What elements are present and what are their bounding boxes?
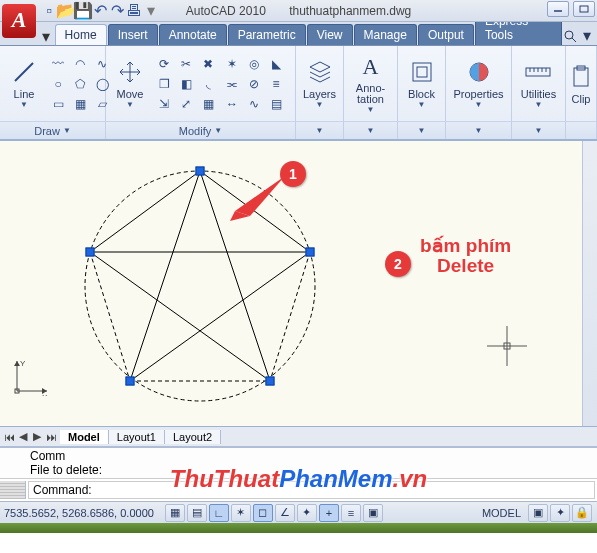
coordinates-readout[interactable]: 7535.5652, 5268.6586, 0.0000 bbox=[4, 507, 154, 519]
app-menu-button[interactable]: A bbox=[2, 4, 36, 38]
ribbon-minimize-icon[interactable]: ▾ bbox=[583, 26, 591, 45]
align-icon[interactable]: ≡ bbox=[266, 75, 286, 93]
panel-modify-expand-icon[interactable]: ▼ bbox=[214, 126, 222, 135]
panel-properties-expand-icon[interactable]: ▼ bbox=[475, 126, 483, 135]
osnap-toggle[interactable]: ◻ bbox=[253, 504, 273, 522]
array-icon[interactable]: ▦ bbox=[198, 95, 218, 113]
chevron-down-icon: ▼ bbox=[20, 100, 28, 109]
layers-button[interactable]: Layers ▼ bbox=[300, 56, 340, 111]
layout-nav-prev-icon[interactable]: ◀ bbox=[16, 430, 30, 444]
arc-icon[interactable]: ◠ bbox=[70, 55, 90, 73]
layout-nav-last-icon[interactable]: ⏭ bbox=[44, 430, 58, 444]
polygon-icon[interactable]: ⬠ bbox=[70, 75, 90, 93]
grid-toggle[interactable]: ▤ bbox=[187, 504, 207, 522]
svg-line-20 bbox=[130, 252, 310, 381]
break-icon[interactable]: ⊘ bbox=[244, 75, 264, 93]
ortho-toggle[interactable]: ∟ bbox=[209, 504, 229, 522]
ducs-toggle[interactable]: ✦ bbox=[297, 504, 317, 522]
trim-icon[interactable]: ✂ bbox=[176, 55, 196, 73]
chevron-down-icon: ▼ bbox=[535, 100, 543, 109]
layout-nav-first-icon[interactable]: ⏮ bbox=[2, 430, 16, 444]
status-lock-icon[interactable]: 🔒 bbox=[572, 504, 592, 522]
fillet-icon[interactable]: ◟ bbox=[198, 75, 218, 93]
layout-tab-model[interactable]: Model bbox=[60, 430, 109, 444]
grip[interactable] bbox=[196, 167, 205, 176]
dyn-toggle[interactable]: + bbox=[319, 504, 339, 522]
grip[interactable] bbox=[266, 377, 275, 386]
drawing-canvas[interactable]: Y X 1 2 bấm phím Delete bbox=[0, 140, 597, 427]
qat-save-icon[interactable]: 💾 bbox=[76, 4, 90, 18]
qat-redo-icon[interactable]: ↷ bbox=[110, 4, 124, 18]
copy-icon[interactable]: ❐ bbox=[154, 75, 174, 93]
maximize-button[interactable] bbox=[573, 1, 595, 17]
annotation-button[interactable]: A Anno- tation ▼ bbox=[351, 51, 391, 116]
status-model-label[interactable]: MODEL bbox=[482, 507, 521, 519]
tab-insert[interactable]: Insert bbox=[108, 24, 158, 45]
edit-hatch-icon[interactable]: ▤ bbox=[266, 95, 286, 113]
chamfer-icon[interactable]: ◣ bbox=[266, 55, 286, 73]
move-button[interactable]: Move ▼ bbox=[110, 56, 150, 111]
layout-tab-layout1[interactable]: Layout1 bbox=[109, 430, 165, 444]
chevron-down-icon: ▼ bbox=[316, 100, 324, 109]
status-layout-icon[interactable]: ▣ bbox=[528, 504, 548, 522]
rotate-icon[interactable]: ⟳ bbox=[154, 55, 174, 73]
grip[interactable] bbox=[126, 377, 135, 386]
rectangle-icon[interactable]: ▭ bbox=[48, 95, 68, 113]
panel-utilities-expand-icon[interactable]: ▼ bbox=[535, 126, 543, 135]
mirror-icon[interactable]: ◧ bbox=[176, 75, 196, 93]
block-button[interactable]: Block ▼ bbox=[402, 56, 442, 111]
command-window: Comm File to delete: Command: bbox=[0, 447, 597, 499]
tab-parametric[interactable]: Parametric bbox=[228, 24, 306, 45]
panel-draw-title: Draw bbox=[34, 125, 60, 137]
properties-button[interactable]: Properties ▼ bbox=[450, 56, 507, 111]
panel-annotation-expand-icon[interactable]: ▼ bbox=[367, 126, 375, 135]
polar-toggle[interactable]: ✶ bbox=[231, 504, 251, 522]
snap-toggle[interactable]: ▦ bbox=[165, 504, 185, 522]
qp-toggle[interactable]: ▣ bbox=[363, 504, 383, 522]
search-icon[interactable] bbox=[563, 29, 577, 43]
circle-icon[interactable]: ○ bbox=[48, 75, 68, 93]
qat-dropdown-icon[interactable]: ▾ bbox=[144, 4, 158, 18]
scale-icon[interactable]: ⤢ bbox=[176, 95, 196, 113]
panel-draw-expand-icon[interactable]: ▼ bbox=[63, 126, 71, 135]
tab-output[interactable]: Output bbox=[418, 24, 474, 45]
draw-grid: 〰 ◠ ∿ ○ ⬠ ◯ ▭ ▦ ▱ bbox=[48, 55, 112, 113]
lengthen-icon[interactable]: ↔ bbox=[222, 95, 242, 113]
layout-nav-next-icon[interactable]: ▶ bbox=[30, 430, 44, 444]
panel-block: Block ▼ ▼ bbox=[398, 46, 446, 139]
panel-layers-expand-icon[interactable]: ▼ bbox=[316, 126, 324, 135]
erase-icon[interactable]: ✖ bbox=[198, 55, 218, 73]
tab-view[interactable]: View bbox=[307, 24, 353, 45]
tab-manage[interactable]: Manage bbox=[354, 24, 417, 45]
qat-undo-icon[interactable]: ↶ bbox=[93, 4, 107, 18]
explode-icon[interactable]: ✶ bbox=[222, 55, 242, 73]
polyline-icon[interactable]: 〰 bbox=[48, 55, 68, 73]
app-menu-dropdown-icon[interactable]: ▾ bbox=[40, 27, 53, 45]
line-button[interactable]: Line ▼ bbox=[4, 56, 44, 111]
edit-polyline-icon[interactable]: ∿ bbox=[244, 95, 264, 113]
utilities-button[interactable]: Utilities ▼ bbox=[517, 56, 560, 111]
clipboard-button[interactable]: Clip bbox=[561, 61, 597, 107]
panel-block-expand-icon[interactable]: ▼ bbox=[418, 126, 426, 135]
status-bar: 7535.5652, 5268.6586, 0.0000 ▦ ▤ ∟ ✶ ◻ ∠… bbox=[0, 501, 597, 523]
command-grip-handle[interactable] bbox=[0, 481, 26, 499]
tab-annotate[interactable]: Annotate bbox=[159, 24, 227, 45]
tab-home[interactable]: Home bbox=[55, 24, 107, 45]
grip[interactable] bbox=[306, 248, 315, 257]
ribbon: Line ▼ 〰 ◠ ∿ ○ ⬠ ◯ ▭ ▦ ▱ Draw▼ Move ▼ bbox=[0, 46, 597, 140]
stretch-icon[interactable]: ⇲ bbox=[154, 95, 174, 113]
grip[interactable] bbox=[86, 248, 95, 257]
status-annoscale-icon[interactable]: ✦ bbox=[550, 504, 570, 522]
qat-new-icon[interactable]: ▫ bbox=[42, 4, 56, 18]
offset-icon[interactable]: ◎ bbox=[244, 55, 264, 73]
layout-tab-layout2[interactable]: Layout2 bbox=[165, 430, 221, 444]
join-icon[interactable]: ⫘ bbox=[222, 75, 242, 93]
lwt-toggle[interactable]: ≡ bbox=[341, 504, 361, 522]
otrack-toggle[interactable]: ∠ bbox=[275, 504, 295, 522]
command-input[interactable]: Command: bbox=[28, 481, 595, 499]
command-history-line: File to delete: bbox=[30, 463, 593, 477]
minimize-button[interactable] bbox=[547, 1, 569, 17]
qat-open-icon[interactable]: 📂 bbox=[59, 4, 73, 18]
hatch-icon[interactable]: ▦ bbox=[70, 95, 90, 113]
qat-print-icon[interactable]: 🖶 bbox=[127, 4, 141, 18]
